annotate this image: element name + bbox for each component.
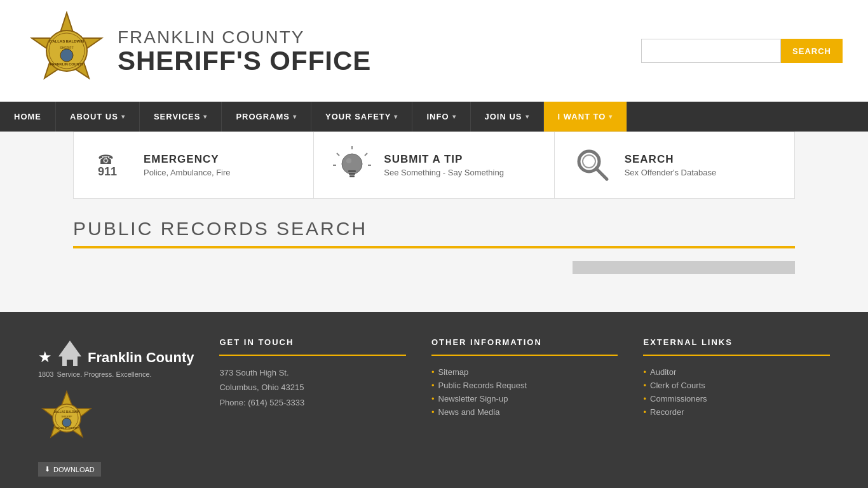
page-title-section: PUBLIC RECORDS SEARCH (73, 199, 795, 248)
svg-point-18 (346, 158, 351, 163)
footer-sheriff-badge: DALLAS BALDWIN SHERIFF FRANKLIN COUNTY (38, 390, 95, 449)
footer-external-links-heading: EXTERNAL LINKS (643, 337, 830, 347)
franklin-county-logo: ★ Franklin County 1803 Service. Progress… (38, 337, 194, 378)
main-navbar: HOME ABOUT US ▾ SERVICES ▾ PROGRAMS ▾ YO… (0, 102, 868, 132)
svg-point-21 (583, 155, 595, 168)
footer-logo-section: ★ Franklin County 1803 Service. Progress… (38, 337, 194, 477)
svg-text:FRANKLIN COUNTY: FRANKLIN COUNTY (55, 426, 79, 430)
footer-external-links-list: Auditor Clerk of Courts Commissioners Re… (643, 365, 830, 419)
quick-links-bar: ☎ 911 EMERGENCY Police, Ambulance, Fire (73, 132, 795, 199)
emergency-subtitle: Police, Ambulance, Fire (144, 168, 231, 177)
svg-rect-16 (349, 173, 355, 175)
lightbulb-icon (333, 146, 371, 184)
search-button[interactable]: SEARCH (781, 39, 843, 63)
footer-link-recorder[interactable]: Recorder (643, 405, 830, 419)
chevron-down-icon: ▾ (121, 113, 125, 120)
svg-text:911: 911 (98, 165, 117, 178)
footer-link-public-records[interactable]: Public Records Request (431, 379, 618, 392)
footer-phone: Phone: (614) 525-3333 (219, 395, 406, 410)
download-button[interactable]: ⬇ DOWNLOAD (38, 462, 101, 477)
org-name-bottom: SHERIFF'S OFFICE (118, 48, 371, 74)
nav-item-your-safety[interactable]: YOUR SAFETY ▾ (311, 102, 412, 132)
chevron-down-icon: ▾ (609, 113, 613, 120)
quick-link-search[interactable]: SEARCH Sex Offender's Database (555, 132, 794, 198)
sheriff-badge: DALLAS BALDWIN SHERIFF FRANKLIN COUNTY (25, 10, 108, 92)
footer-heading-underline (219, 355, 406, 356)
svg-point-30 (62, 418, 71, 427)
footer-link-sitemap[interactable]: Sitemap (431, 365, 618, 379)
site-footer: ★ Franklin County 1803 Service. Progress… (0, 312, 868, 488)
search-area: SEARCH (641, 39, 843, 63)
submit-tip-subtitle: See Something - Say Something (384, 168, 504, 177)
footer-other-info-heading: OTHER INFORMATION (431, 337, 618, 347)
footer-get-in-touch: GET IN TOUCH 373 South High St. Columbus… (219, 337, 406, 477)
logo-area: DALLAS BALDWIN SHERIFF FRANKLIN COUNTY F… (25, 10, 371, 92)
footer-link-commissioners[interactable]: Commissioners (643, 392, 830, 405)
org-name-top: FRANKLIN COUNTY (118, 27, 371, 48)
search-input[interactable] (641, 39, 781, 63)
fc-year: 1803 (38, 370, 53, 378)
footer-link-auditor[interactable]: Auditor (643, 365, 830, 379)
emergency-title: EMERGENCY (144, 153, 231, 166)
content-placeholder-bar (573, 261, 795, 274)
footer-external-links: EXTERNAL LINKS Auditor Clerk of Courts C… (643, 337, 830, 477)
svg-line-10 (365, 153, 367, 156)
svg-line-12 (337, 153, 339, 156)
star-icon: ★ (38, 348, 52, 366)
organization-name: FRANKLIN COUNTY SHERIFF'S OFFICE (118, 27, 371, 74)
fc-org-name: Franklin County (88, 349, 194, 366)
footer-address: 373 South High St. Columbus, Ohio 43215 … (219, 365, 406, 410)
svg-text:FRANKLIN COUNTY: FRANKLIN COUNTY (50, 62, 84, 66)
footer-other-info: OTHER INFORMATION Sitemap Public Records… (431, 337, 618, 477)
footer-address-line1: 373 South High St. (219, 365, 406, 380)
search-db-title: SEARCH (625, 153, 717, 166)
nav-item-programs[interactable]: PROGRAMS ▾ (222, 102, 311, 132)
nav-item-i-want-to[interactable]: I WANT TO ▾ (544, 102, 628, 132)
svg-point-5 (60, 49, 73, 62)
chevron-down-icon: ▾ (526, 113, 529, 120)
svg-rect-24 (67, 360, 73, 366)
page-title: PUBLIC RECORDS SEARCH (73, 218, 795, 240)
svg-line-20 (596, 168, 607, 179)
magnifier-icon (574, 146, 612, 184)
submit-tip-title: SUBMIT A TIP (384, 153, 504, 166)
content-area (73, 248, 795, 312)
footer-get-in-touch-heading: GET IN TOUCH (219, 337, 406, 347)
footer-link-news-media[interactable]: News and Media (431, 405, 618, 419)
search-db-subtitle: Sex Offender's Database (625, 168, 717, 177)
svg-text:DALLAS BALDWIN: DALLAS BALDWIN (50, 39, 84, 43)
submit-tip-text: SUBMIT A TIP See Something - Say Somethi… (384, 153, 504, 177)
fc-logo-icon: ★ Franklin County (38, 337, 194, 366)
nav-item-info[interactable]: INFO ▾ (412, 102, 470, 132)
footer-address-line2: Columbus, Ohio 43215 (219, 380, 406, 395)
chevron-down-icon: ▾ (394, 113, 398, 120)
quick-link-submit-tip[interactable]: SUBMIT A TIP See Something - Say Somethi… (314, 132, 554, 198)
footer-heading-underline-2 (431, 355, 618, 356)
footer-link-clerk-of-courts[interactable]: Clerk of Courts (643, 379, 830, 392)
nav-item-home[interactable]: HOME (0, 102, 56, 132)
chevron-down-icon: ▾ (203, 113, 207, 120)
emergency-text: EMERGENCY Police, Ambulance, Fire (144, 153, 231, 177)
svg-rect-17 (349, 175, 355, 177)
nav-item-about[interactable]: ABOUT US ▾ (56, 102, 140, 132)
chevron-down-icon: ▾ (293, 113, 297, 120)
svg-text:DALLAS BALDWIN: DALLAS BALDWIN (54, 410, 80, 414)
fc-tagline: Service. Progress. Excellence. (57, 370, 151, 378)
footer-link-newsletter[interactable]: Newsletter Sign-up (431, 392, 618, 405)
svg-rect-15 (348, 170, 356, 172)
chevron-down-icon: ▾ (452, 113, 456, 120)
footer-other-info-links: Sitemap Public Records Request Newslette… (431, 365, 618, 419)
svg-marker-23 (58, 341, 81, 356)
search-db-text: SEARCH Sex Offender's Database (625, 153, 717, 177)
svg-text:SHERIFF: SHERIFF (61, 415, 72, 418)
quick-link-emergency[interactable]: ☎ 911 EMERGENCY Police, Ambulance, Fire (74, 132, 314, 198)
main-content: ☎ 911 EMERGENCY Police, Ambulance, Fire (0, 132, 868, 312)
nav-item-join-us[interactable]: JOIN US ▾ (471, 102, 544, 132)
site-header: DALLAS BALDWIN SHERIFF FRANKLIN COUNTY F… (0, 0, 868, 102)
emergency-icon: ☎ 911 (93, 145, 131, 186)
footer-heading-underline-3 (643, 355, 830, 356)
nav-item-services[interactable]: SERVICES ▾ (140, 102, 222, 132)
svg-text:☎: ☎ (98, 152, 114, 166)
download-icon: ⬇ (44, 465, 50, 473)
download-label: DOWNLOAD (53, 466, 95, 473)
